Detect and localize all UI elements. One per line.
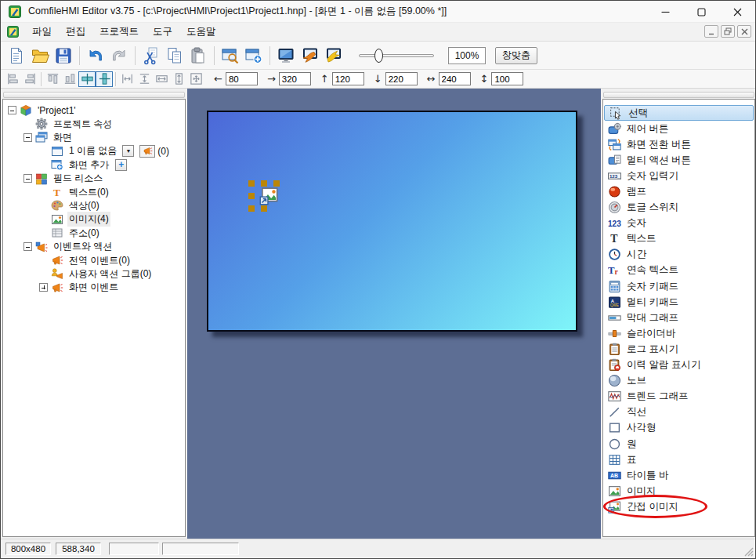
undo-button[interactable]	[85, 45, 107, 67]
download-device-button[interactable]	[298, 45, 320, 67]
tool-time[interactable]: 시간	[603, 247, 754, 263]
collapse-icon[interactable]	[8, 106, 16, 114]
close-button[interactable]	[719, 1, 755, 23]
tree-item-text-resource[interactable]: T텍스트(0)	[3, 185, 185, 198]
add-screen-button[interactable]: +	[115, 159, 127, 171]
tool-toggle-switch[interactable]: 토글 스위치	[603, 200, 754, 216]
collapse-icon[interactable]	[24, 242, 32, 251]
tool-slider-bar[interactable]: 슬라이더바	[603, 325, 754, 341]
tree-item-screen-1[interactable]: 1 이름 없음▼(0)	[3, 144, 185, 158]
tool-trend-graph[interactable]: 트렌드 그래프	[603, 389, 754, 405]
indirect-image-placeholder-icon[interactable]	[259, 186, 280, 205]
center-screen-button[interactable]	[187, 71, 204, 87]
tree-item-field-resources[interactable]: 필드 리소스	[3, 172, 185, 185]
zoom-slider-track[interactable]	[359, 54, 434, 57]
tree-item-image-resource[interactable]: 이미지(4)	[3, 212, 185, 226]
menu-item-1[interactable]: 편집	[59, 23, 92, 41]
open-file-button[interactable]	[29, 45, 51, 67]
screen-event-button[interactable]	[139, 145, 155, 158]
tool-log-viewer[interactable]: 로그 표시기	[603, 341, 754, 357]
space-horizontal-button[interactable]	[118, 71, 136, 87]
menu-item-4[interactable]: 도움말	[179, 23, 223, 41]
tool-knob[interactable]: 노브	[603, 373, 754, 389]
height-field[interactable]	[491, 72, 523, 85]
selected-indirect-image-object[interactable]	[248, 180, 286, 216]
tool-multi-action-button[interactable]: 멀티 액션 버튼	[603, 152, 754, 168]
center-horizontal-button[interactable]	[78, 71, 96, 87]
tree-item-user-action-groups[interactable]: 사용자 액션 그룹(0)	[3, 267, 185, 281]
tool-continuous-text[interactable]: Tr연속 텍스트	[603, 263, 754, 278]
new-file-button[interactable]	[5, 45, 27, 67]
tool-image[interactable]: 이미지	[603, 483, 754, 499]
align-bottom-button[interactable]	[61, 71, 78, 87]
left-panel-grip[interactable]	[3, 92, 185, 98]
screen-properties-button[interactable]	[219, 45, 241, 67]
tool-multi-keypad[interactable]: A_QWE멀티 키패드	[603, 294, 754, 310]
tool-lamp[interactable]: 램프	[603, 183, 754, 199]
redo-button[interactable]	[108, 45, 130, 67]
tool-line[interactable]: 직선	[603, 405, 754, 420]
collapse-icon[interactable]	[24, 133, 32, 142]
tree-item-project-root[interactable]: 'Project1'	[3, 103, 185, 117]
hmi-screen[interactable]	[207, 111, 577, 332]
cut-button[interactable]	[140, 45, 162, 67]
tool-number-input[interactable]: 123_숫자 입력기	[603, 168, 754, 183]
upload-device-button[interactable]	[322, 45, 344, 67]
copy-button[interactable]	[164, 45, 186, 67]
menu-item-3[interactable]: 도구	[146, 23, 179, 41]
align-top-button[interactable]	[44, 71, 61, 87]
zoom-slider[interactable]	[359, 45, 434, 67]
tool-rectangle[interactable]: 사각형	[603, 420, 754, 436]
left-field[interactable]	[226, 72, 258, 85]
top-field[interactable]	[332, 72, 364, 85]
tool-number-keypad[interactable]: 숫자 키패드	[603, 278, 754, 294]
center-vertical-button[interactable]	[96, 71, 113, 87]
maximize-button[interactable]	[683, 1, 719, 23]
tool-alarm-history-viewer[interactable]: 이력 알람 표시기	[603, 358, 754, 373]
tool-circle[interactable]: 원	[603, 436, 754, 452]
selection-handle[interactable]	[248, 205, 255, 212]
same-height-button[interactable]	[170, 71, 187, 87]
tree-item-screen-add[interactable]: 화면 추가+	[3, 158, 185, 172]
tool-select[interactable]: 선택	[604, 105, 754, 121]
tree-item-screen-events[interactable]: 화면 이벤트	[3, 281, 185, 294]
selection-handle[interactable]	[248, 180, 255, 187]
zoom-level-display[interactable]: 100%	[448, 47, 486, 64]
tree-item-screens[interactable]: 화면	[3, 131, 185, 144]
fit-window-button[interactable]: 창맞춤	[495, 47, 537, 64]
minimize-button[interactable]	[647, 1, 683, 23]
align-right-button[interactable]	[21, 71, 38, 87]
menu-item-0[interactable]: 파일	[25, 23, 59, 41]
zoom-slider-thumb[interactable]	[374, 49, 383, 63]
resize-grip[interactable]	[743, 546, 754, 557]
tool-table[interactable]: 표	[603, 452, 754, 467]
paste-button[interactable]	[187, 45, 209, 67]
tool-number[interactable]: 123숫자	[603, 216, 754, 231]
tree-item-color-resource[interactable]: 색상(0)	[3, 199, 185, 212]
screen-dropdown-button[interactable]: ▼	[122, 145, 134, 157]
selection-handle[interactable]	[248, 193, 255, 199]
right-field[interactable]	[279, 72, 311, 85]
space-vertical-button[interactable]	[136, 71, 153, 87]
tool-indirect-image[interactable]: 간접 이미지	[603, 499, 754, 514]
mdi-close-button[interactable]	[737, 25, 751, 38]
width-field[interactable]	[439, 72, 471, 85]
tree-item-global-events[interactable]: 전역 이벤트(0)	[3, 253, 185, 267]
tool-title-bar[interactable]: AB타이틀 바	[603, 467, 754, 483]
design-canvas[interactable]	[187, 89, 601, 539]
screen-add-window-button[interactable]	[243, 45, 265, 67]
mdi-restore-button[interactable]	[721, 25, 735, 38]
tool-bar-graph[interactable]: 막대 그래프	[603, 310, 754, 325]
run-monitor-button[interactable]	[275, 45, 297, 67]
mdi-minimize-button[interactable]	[704, 25, 718, 38]
right-panel-grip[interactable]	[603, 92, 754, 98]
tree-item-address-resource[interactable]: 주소(0)	[3, 227, 185, 240]
collapse-icon[interactable]	[24, 174, 32, 183]
tree-item-events-actions[interactable]: 이벤트와 액션	[3, 240, 185, 253]
expand-icon[interactable]	[39, 283, 48, 292]
tool-control-button[interactable]: 제어 버튼	[603, 121, 754, 136]
selection-handle[interactable]	[261, 205, 267, 212]
bottom-field[interactable]	[385, 72, 418, 85]
tree-item-project-properties[interactable]: 프로젝트 속성	[3, 117, 185, 130]
menu-item-2[interactable]: 프로젝트	[92, 23, 146, 41]
